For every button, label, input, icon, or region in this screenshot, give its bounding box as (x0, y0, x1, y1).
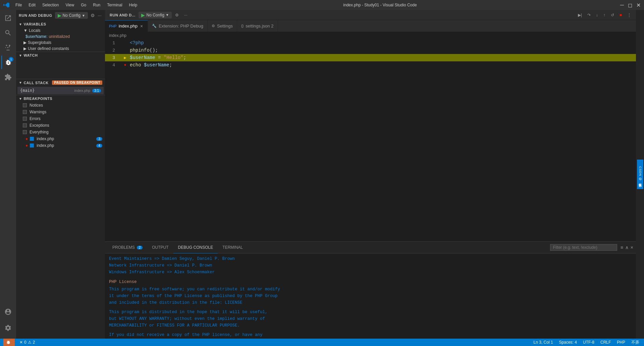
activity-source-control[interactable] (1, 41, 15, 54)
debug-step-over-button[interactable]: ↷ (585, 12, 593, 18)
bp-errors-checkbox[interactable] (23, 117, 27, 121)
line-content-3[interactable]: $userName = "Hello"; (128, 55, 636, 60)
menu-edit[interactable]: Edit (26, 2, 38, 8)
panel-close-icon[interactable]: × (631, 245, 633, 250)
console-line-0: Event Maintainers => Damien Seguy, Danie… (109, 255, 632, 262)
username-variable: $userName: uninitialized (16, 34, 105, 40)
menu-terminal[interactable]: Terminal (104, 2, 125, 8)
debug-toolbar-config[interactable]: ▶ No Config ▼ (139, 12, 171, 18)
bp-file-1-checkbox[interactable] (30, 137, 34, 141)
debug-settings-icon[interactable]: ⚙ (91, 13, 95, 18)
panel-content[interactable]: Event Maintainers => Damien Seguy, Danie… (105, 253, 636, 339)
watch-header[interactable]: ▼ WATCH (16, 52, 105, 59)
bp-file-2-checkbox[interactable] (30, 143, 34, 148)
minimize-button[interactable]: ─ (620, 2, 624, 8)
warning-count: 2 (33, 340, 35, 345)
panel-tab-problems[interactable]: PROBLEMS 2 (108, 242, 147, 253)
tab-settings-json[interactable]: {} settings.json 2 (237, 20, 278, 32)
superglobals-item[interactable]: ▶ Superglobals (16, 40, 105, 46)
tab-index-php-close[interactable]: × (140, 23, 144, 30)
bp-exceptions[interactable]: Exceptions (16, 122, 105, 129)
console-spacer-3 (109, 329, 632, 332)
debug-step-out-button[interactable]: ↑ (601, 12, 607, 18)
panel-tab-terminal[interactable]: TERMINAL (218, 242, 248, 253)
error-icon: ✕ (19, 340, 23, 345)
status-language[interactable]: PHP (615, 340, 627, 345)
bp-exceptions-checkbox[interactable] (23, 123, 27, 127)
panel-filter: ≡ ∧ × (550, 244, 633, 251)
title-bar: File Edit Selection View Go Run Terminal… (0, 0, 644, 10)
frame-line-badge: 3:1 (92, 89, 101, 93)
panel-expand-icon[interactable]: ∧ (625, 245, 629, 250)
call-stack-header[interactable]: ▼ CALL STACK Paused on breakpoint (16, 79, 105, 86)
debug-step-into-button[interactable]: ↓ (594, 12, 600, 18)
close-button[interactable]: ✕ (636, 2, 641, 8)
console-line-13: If you did not receive a copy of the PHP… (109, 332, 632, 338)
activity-debug[interactable]: 1 (1, 56, 15, 69)
line-content-2[interactable]: phpinfo(); (128, 48, 636, 53)
bp-notices[interactable]: Notices (16, 102, 105, 109)
panel-list-icon[interactable]: ≡ (621, 245, 623, 250)
panel-filter-input[interactable] (550, 244, 617, 251)
variables-chevron: ▼ (19, 22, 22, 26)
line-gutter-4: ● (122, 63, 128, 67)
debug-restart-button[interactable]: ↺ (609, 12, 616, 18)
menu-view[interactable]: View (63, 2, 77, 8)
bp-file-1[interactable]: ● index.php 3 (16, 135, 105, 142)
panel-tab-output[interactable]: OUTPUT (147, 242, 173, 253)
panel-tab-bar: PROBLEMS 2 OUTPUT DEBUG CONSOLE TERMINAL… (105, 242, 636, 253)
code-line-2: 2 phpinfo(); (105, 47, 636, 54)
breakpoints-header[interactable]: ▼ BREAKPOINTS (16, 95, 105, 102)
status-line-col[interactable]: Ln 3, Col 1 (532, 340, 554, 345)
title-bar-left: File Edit Selection View Go Run Terminal… (3, 2, 140, 8)
activity-search[interactable] (1, 26, 15, 40)
status-line-ending[interactable]: CRLF (599, 340, 612, 345)
bp-warnings[interactable]: Warnings (16, 109, 105, 115)
bp-file-2[interactable]: ● index.php 4 (16, 142, 105, 149)
call-stack-frame[interactable]: {main} index.php 3:1 (17, 87, 104, 94)
status-errors[interactable]: ✕ 0 ⚠ 2 (18, 340, 36, 345)
menu-go[interactable]: Go (78, 2, 89, 8)
locals-item[interactable]: ▼ Locals (16, 27, 105, 34)
tab-php-debug[interactable]: 🔧 Extension: PHP Debug (148, 20, 208, 32)
menu-help[interactable]: Help (126, 2, 140, 8)
debug-stop-button[interactable]: ■ (618, 12, 624, 18)
code-line-1: 1 <?php (105, 39, 636, 47)
activity-explorer[interactable] (1, 11, 15, 25)
breadcrumb-file[interactable]: index.php (109, 33, 126, 38)
status-encoding[interactable]: UTF-8 (582, 340, 596, 345)
panel-tab-debug-console[interactable]: DEBUG CONSOLE (173, 242, 218, 253)
bp-everything[interactable]: Everything (16, 129, 105, 135)
toolbar-settings-icon[interactable]: ⚙ (173, 12, 181, 18)
status-feedback[interactable]: 不弄 (630, 340, 641, 345)
toolbar-more-icon[interactable]: ··· (182, 12, 190, 18)
user-defined-item[interactable]: ▶ User defined constants (16, 46, 105, 52)
menu-selection[interactable]: Selection (40, 2, 61, 8)
right-side-panel[interactable]: CSDN @假装我不帅 (636, 10, 644, 339)
bp-warnings-checkbox[interactable] (23, 110, 27, 114)
activity-extensions[interactable] (1, 70, 15, 84)
variables-header[interactable]: ▼ VARIABLES (16, 21, 105, 27)
menu-file[interactable]: File (13, 2, 24, 8)
debug-more-icon[interactable]: ··· (98, 13, 102, 18)
bp-everything-checkbox[interactable] (23, 130, 27, 134)
run-debug-header-label: RUN AND D... (108, 12, 137, 18)
menu-run[interactable]: Run (90, 2, 103, 8)
debug-continue-button[interactable]: ▶| (576, 12, 584, 18)
panel-tab-debug-console-label: DEBUG CONSOLE (178, 245, 213, 250)
status-spaces[interactable]: Spaces: 4 (558, 340, 578, 345)
restore-button[interactable]: ◻ (628, 2, 632, 8)
bp-errors[interactable]: Errors (16, 115, 105, 122)
debug-extra-button[interactable]: ⋮ (625, 12, 633, 18)
breakpoints-chevron: ▼ (19, 97, 22, 101)
tab-index-php[interactable]: PHP index.php × (105, 20, 148, 32)
menu-bar[interactable]: File Edit Selection View Go Run Terminal… (13, 2, 140, 8)
line-content-4[interactable]: echo $userName; (128, 62, 636, 68)
code-editor[interactable]: 1 <?php 2 phpinfo(); 3 ▶ $userName = "He… (105, 39, 636, 241)
tab-settings[interactable]: ⚙ Settings (208, 20, 237, 32)
bp-notices-checkbox[interactable] (23, 103, 27, 107)
debug-config[interactable]: ▶ No Config ▼ (55, 12, 88, 19)
line-content-1[interactable]: <?php (128, 40, 636, 46)
activity-account[interactable] (1, 305, 15, 319)
activity-settings[interactable] (1, 321, 15, 335)
